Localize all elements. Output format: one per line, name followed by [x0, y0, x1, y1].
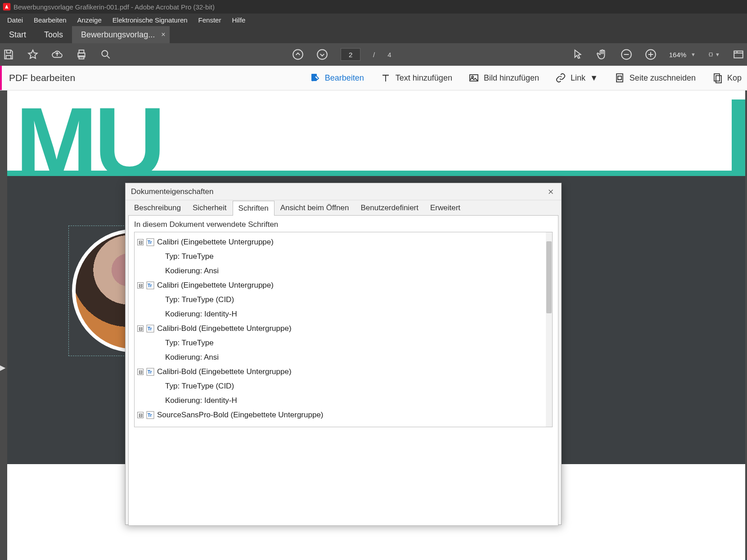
tab-start[interactable]: Start [0, 26, 35, 43]
font-name: Calibri (Eingebettete Untergruppe) [157, 281, 274, 290]
link-tool[interactable]: Link ▼ [555, 72, 598, 83]
link-label: Link [571, 73, 585, 83]
crop-page-tool[interactable]: Seite zuschneiden [614, 72, 696, 83]
tab-document-label: Bewerbungsvorlag... [81, 30, 155, 40]
truetype-icon: Tr [146, 238, 154, 246]
font-item[interactable]: ⊟ Tr SourceSansPro-Bold (Eingebettete Un… [136, 408, 550, 422]
page-total: 4 [387, 51, 391, 59]
font-item[interactable]: ⊟ Tr Calibri-Bold (Eingebettete Untergru… [136, 321, 550, 336]
save-icon[interactable] [3, 49, 14, 60]
svg-rect-9 [709, 53, 712, 56]
font-item[interactable]: ⊟ Tr Calibri (Eingebettete Untergruppe) [136, 278, 550, 293]
document-properties-dialog: Dokumenteigenschaften Beschreibung Siche… [125, 183, 562, 525]
add-image-tool[interactable]: Bild hinzufügen [468, 72, 539, 83]
svg-point-5 [293, 50, 303, 59]
font-type: Typ: TrueType (CID) [136, 293, 550, 307]
tab-beschreibung[interactable]: Beschreibung [128, 200, 187, 215]
search-icon[interactable] [100, 49, 112, 60]
add-text-label: Text hinzufügen [396, 73, 452, 83]
menu-datei[interactable]: Datei [2, 15, 28, 25]
tab-tools[interactable]: Tools [35, 26, 72, 43]
collapse-icon[interactable]: ⊟ [137, 325, 144, 332]
svg-point-4 [102, 50, 108, 56]
crop-label: Seite zuschneiden [630, 73, 696, 83]
font-name: Calibri-Bold (Eingebettete Untergruppe) [157, 324, 292, 333]
page-number-input[interactable] [341, 48, 360, 61]
collapse-icon[interactable]: ⊟ [137, 239, 144, 245]
dialog-title: Dokumenteigenschaften [131, 187, 213, 196]
font-item[interactable]: ⊟ Tr Calibri (Eingebettete Untergruppe) [136, 235, 550, 249]
page-separator: / [373, 51, 375, 59]
zoom-level[interactable]: 164% ▼ [669, 51, 696, 59]
cloud-upload-icon[interactable] [51, 49, 63, 60]
tab-document[interactable]: Bewerbungsvorlag... × [72, 26, 170, 43]
chevron-down-icon: ▼ [590, 73, 598, 83]
chevron-down-icon: ▼ [691, 52, 696, 57]
pointer-icon[interactable] [572, 49, 584, 60]
svg-rect-16 [716, 76, 721, 83]
accent-bar [0, 66, 2, 90]
font-name: Calibri (Eingebettete Untergruppe) [157, 238, 274, 247]
truetype-icon: Tr [146, 281, 154, 289]
zoom-in-icon[interactable] [645, 49, 657, 60]
svg-text:Tr: Tr [148, 283, 152, 288]
font-item[interactable]: ⊟ Tr Calibri-Bold (Eingebettete Untergru… [136, 365, 550, 379]
file-tabs: Start Tools Bewerbungsvorlag... × [0, 26, 747, 43]
page-down-icon[interactable] [316, 49, 328, 60]
menu-anzeige[interactable]: Anzeige [72, 15, 107, 25]
svg-rect-2 [79, 50, 84, 53]
scrollbar-thumb[interactable] [546, 241, 552, 313]
svg-text:Tr: Tr [148, 370, 152, 375]
read-mode-icon[interactable] [733, 49, 744, 60]
scrollbar[interactable] [546, 232, 552, 427]
font-type: Typ: TrueType [136, 249, 550, 264]
title-bar: Bewerbungsvorlage Grafikerin-001.pdf - A… [0, 0, 747, 14]
edit-tool-label: Bearbeiten [325, 73, 364, 83]
truetype-icon: Tr [146, 368, 154, 376]
svg-rect-15 [714, 74, 720, 81]
tab-benutzer[interactable]: Benutzerdefiniert [355, 200, 424, 215]
menu-hilfe[interactable]: Hilfe [226, 15, 251, 25]
menu-fenster[interactable]: Fenster [193, 15, 227, 25]
font-encoding: Kodierung: Identity-H [136, 393, 550, 408]
dialog-tabs: Beschreibung Sicherheit Schriften Ansich… [126, 200, 561, 215]
zoom-out-icon[interactable] [621, 49, 632, 60]
tab-ansicht[interactable]: Ansicht beim Öffnen [274, 200, 355, 215]
add-text-tool[interactable]: Text hinzufügen [380, 72, 452, 83]
page-up-icon[interactable] [292, 49, 304, 60]
menu-bearbeiten[interactable]: Bearbeiten [28, 15, 72, 25]
font-encoding: Kodierung: Ansi [136, 350, 550, 365]
edit-tool[interactable]: Bearbeiten [310, 72, 364, 83]
dialog-header[interactable]: Dokumenteigenschaften [126, 183, 561, 200]
svg-rect-3 [79, 56, 84, 59]
copy-label: Kop [727, 73, 742, 83]
tab-schriften[interactable]: Schriften [233, 201, 274, 216]
expand-panel-icon[interactable]: ▶ [0, 363, 5, 370]
svg-text:Tr: Tr [148, 240, 152, 245]
truetype-icon: Tr [146, 411, 154, 419]
truetype-icon: Tr [146, 325, 154, 333]
collapse-icon[interactable]: ⊟ [137, 412, 144, 418]
menu-signaturen[interactable]: Elektronische Signaturen [107, 15, 193, 25]
collapse-icon[interactable]: ⊟ [137, 369, 144, 375]
tab-sicherheit[interactable]: Sicherheit [187, 200, 233, 215]
fit-width-icon[interactable]: ▼ [708, 49, 720, 60]
edit-mode-title: PDF bearbeiten [9, 72, 75, 83]
star-icon[interactable] [27, 49, 39, 60]
tab-close-icon[interactable]: × [161, 31, 165, 39]
fonts-panel: In diesem Dokument verwendete Schriften … [128, 215, 558, 526]
font-encoding: Kodierung: Ansi [136, 264, 550, 278]
print-icon[interactable] [76, 49, 87, 60]
main-toolbar: / 4 164% ▼ ▼ [0, 43, 747, 66]
copy-tool[interactable]: Kop [712, 72, 742, 83]
edit-toolbar: PDF bearbeiten Bearbeiten Text hinzufüge… [0, 66, 747, 90]
document-canvas[interactable]: MU ▶ Dokumenteigenschaften Beschreibung … [0, 90, 747, 560]
hand-icon[interactable] [596, 49, 608, 60]
tab-erweitert[interactable]: Erweitert [424, 200, 466, 215]
close-icon[interactable] [546, 187, 556, 197]
font-name: SourceSansPro-Bold (Eingebettete Untergr… [157, 411, 324, 420]
add-image-label: Bild hinzufügen [484, 73, 539, 83]
svg-rect-14 [616, 74, 623, 82]
fonts-listbox[interactable]: ⊟ Tr Calibri (Eingebettete Untergruppe) … [134, 232, 553, 427]
collapse-icon[interactable]: ⊟ [137, 282, 144, 289]
